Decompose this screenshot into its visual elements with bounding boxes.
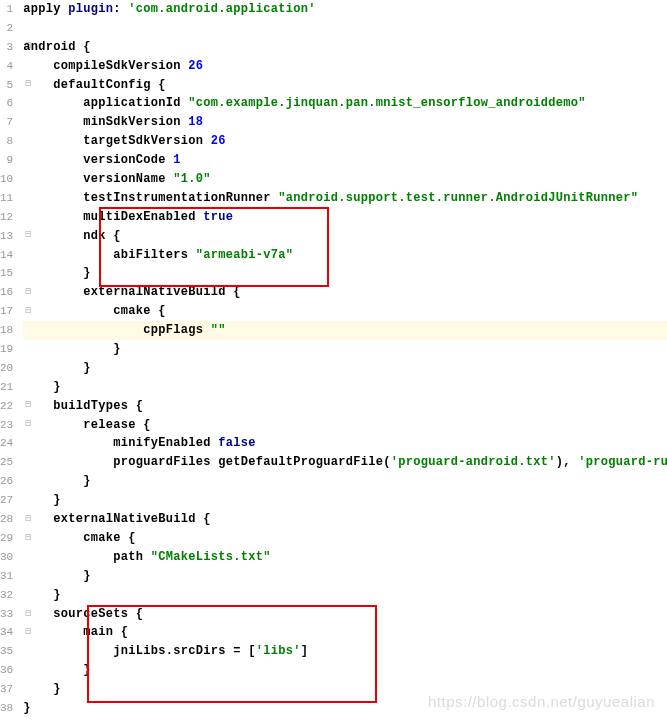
text: } xyxy=(23,588,61,602)
text: : xyxy=(113,2,128,16)
text: abiFilters xyxy=(23,248,196,262)
text: jniLibs.srcDirs = [ xyxy=(23,644,256,658)
code-line[interactable]: sourceSets { xyxy=(23,605,667,624)
code-line[interactable]: minSdkVersion 18 xyxy=(23,113,667,132)
code-line[interactable]: abiFilters "armeabi-v7a" xyxy=(23,246,667,265)
line-number: 22 xyxy=(0,397,13,416)
line-number: 21 xyxy=(0,378,13,397)
code-line[interactable]: } xyxy=(23,472,667,491)
code-line[interactable]: } xyxy=(23,661,667,680)
line-number: 23 xyxy=(0,416,13,435)
line-number: 37 xyxy=(0,680,13,699)
line-number: 20 xyxy=(0,359,13,378)
line-number: 7 xyxy=(0,113,13,132)
string: 'proguard-android.txt' xyxy=(391,455,556,469)
text: apply xyxy=(23,2,68,16)
string: "CMakeLists.txt" xyxy=(151,550,271,564)
code-line[interactable]: path "CMakeLists.txt" xyxy=(23,548,667,567)
code-line-highlighted[interactable]: cppFlags "" xyxy=(23,321,667,340)
string: "com.example.jinquan.pan.mnist_ensorflow… xyxy=(188,96,586,110)
line-numbers-gutter: 1 2 3 4 5 6 7 8 9 10 11 12 13 14 15 16 1… xyxy=(0,0,19,720)
line-number: 5 xyxy=(0,76,13,95)
line-number: 19 xyxy=(0,340,13,359)
text: minSdkVersion xyxy=(23,115,188,129)
text: } xyxy=(23,569,91,583)
code-line[interactable]: versionName "1.0" xyxy=(23,170,667,189)
code-line[interactable]: multiDexEnabled true xyxy=(23,208,667,227)
code-line[interactable]: } xyxy=(23,567,667,586)
watermark: https://blog.csdn.net/guyuealian xyxy=(428,693,655,710)
line-number: 16 xyxy=(0,283,13,302)
number: 26 xyxy=(211,134,226,148)
keyword: plugin xyxy=(68,2,113,16)
code-line[interactable]: } xyxy=(23,378,667,397)
text: externalNativeBuild { xyxy=(23,512,211,526)
code-line[interactable]: } xyxy=(23,586,667,605)
code-line[interactable]: jniLibs.srcDirs = ['libs'] xyxy=(23,642,667,661)
text: getDefaultProguardFile( xyxy=(218,455,391,469)
line-number: 33 xyxy=(0,605,13,624)
text: cmake { xyxy=(23,304,166,318)
code-line[interactable]: apply plugin: 'com.android.application' xyxy=(23,0,667,19)
line-number: 10 xyxy=(0,170,13,189)
text: } xyxy=(23,474,91,488)
text: multiDexEnabled xyxy=(23,210,203,224)
code-line[interactable]: versionCode 1 xyxy=(23,151,667,170)
code-line[interactable]: applicationId "com.example.jinquan.pan.m… xyxy=(23,94,667,113)
string: 'com.android.application' xyxy=(128,2,316,16)
text: } xyxy=(23,682,61,696)
line-number: 32 xyxy=(0,586,13,605)
text: buildTypes { xyxy=(23,399,143,413)
code-line[interactable]: android { xyxy=(23,38,667,57)
code-line[interactable]: } xyxy=(23,340,667,359)
code-line[interactable]: externalNativeBuild { xyxy=(23,283,667,302)
line-number: 8 xyxy=(0,132,13,151)
code-line[interactable]: targetSdkVersion 26 xyxy=(23,132,667,151)
code-line[interactable]: cmake { xyxy=(23,529,667,548)
line-number: 35 xyxy=(0,642,13,661)
code-line[interactable]: } xyxy=(23,491,667,510)
line-number: 18 xyxy=(0,321,13,340)
code-line[interactable]: externalNativeBuild { xyxy=(23,510,667,529)
code-line[interactable]: testInstrumentationRunner "android.suppo… xyxy=(23,189,667,208)
line-number: 15 xyxy=(0,264,13,283)
string: "armeabi-v7a" xyxy=(196,248,294,262)
code-line[interactable]: minifyEnabled false xyxy=(23,434,667,453)
text: path xyxy=(23,550,151,564)
text: } xyxy=(23,342,121,356)
line-number: 11 xyxy=(0,189,13,208)
text: ndk { xyxy=(23,229,121,243)
text: targetSdkVersion xyxy=(23,134,211,148)
keyword: false xyxy=(218,436,256,450)
code-line[interactable]: buildTypes { xyxy=(23,397,667,416)
code-line[interactable]: compileSdkVersion 26 xyxy=(23,57,667,76)
text: compileSdkVersion xyxy=(23,59,188,73)
code-area[interactable]: apply plugin: 'com.android.application' … xyxy=(19,0,667,720)
string: 'libs' xyxy=(256,644,301,658)
code-line[interactable]: main { xyxy=(23,623,667,642)
text: proguardFiles xyxy=(23,455,218,469)
code-editor: 1 2 3 4 5 6 7 8 9 10 11 12 13 14 15 16 1… xyxy=(0,0,667,720)
line-number: 25 xyxy=(0,453,13,472)
code-line[interactable]: proguardFiles getDefaultProguardFile('pr… xyxy=(23,453,667,472)
code-line[interactable]: release { xyxy=(23,416,667,435)
line-number: 36 xyxy=(0,661,13,680)
code-line[interactable]: } xyxy=(23,359,667,378)
text: } xyxy=(23,266,91,280)
code-line[interactable]: ndk { xyxy=(23,227,667,246)
text: } xyxy=(23,663,91,677)
code-line[interactable] xyxy=(23,19,667,38)
text: minifyEnabled xyxy=(23,436,218,450)
line-number: 1 xyxy=(0,0,13,19)
line-number: 14 xyxy=(0,246,13,265)
text: } xyxy=(23,701,31,715)
keyword: true xyxy=(203,210,233,224)
string: "android.support.test.runner.AndroidJUni… xyxy=(278,191,638,205)
text: defaultConfig { xyxy=(23,78,166,92)
code-line[interactable]: } xyxy=(23,264,667,283)
number: 1 xyxy=(173,153,181,167)
line-number: 30 xyxy=(0,548,13,567)
code-line[interactable]: defaultConfig { xyxy=(23,76,667,95)
code-line[interactable]: cmake { xyxy=(23,302,667,321)
line-number: 12 xyxy=(0,208,13,227)
